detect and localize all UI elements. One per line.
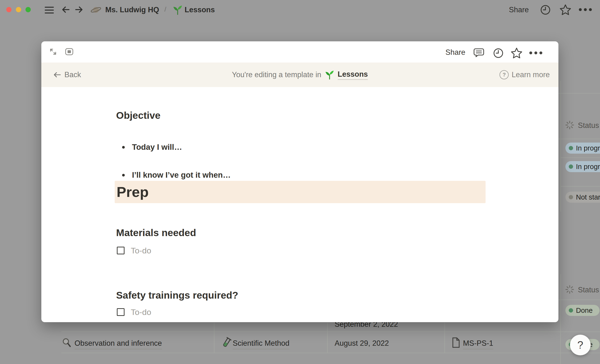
question-circle-icon: ? xyxy=(499,70,509,79)
page-icon xyxy=(451,337,460,348)
star-icon[interactable] xyxy=(559,4,572,16)
magnifier-icon xyxy=(62,337,72,348)
divider xyxy=(444,323,445,353)
bullet-item[interactable]: I’ll know I’ve got it when… xyxy=(122,169,231,181)
status-badge: Done xyxy=(565,305,600,316)
divider xyxy=(61,353,600,353)
topbar-share-button[interactable]: Share xyxy=(509,5,529,15)
status-dot-icon xyxy=(569,195,573,199)
star-icon[interactable] xyxy=(511,47,523,59)
prep-heading: Prep xyxy=(117,181,149,203)
materials-heading[interactable]: Materials needed xyxy=(116,226,196,239)
bullet-icon xyxy=(122,174,125,177)
template-editor-modal: Share Back xyxy=(41,41,558,322)
help-button[interactable]: ? xyxy=(570,335,591,355)
divider xyxy=(214,323,215,353)
divider xyxy=(560,274,561,364)
status-badge: In progress xyxy=(565,143,600,154)
banner-message-text: You're editing a template in xyxy=(232,70,321,79)
seedling-icon xyxy=(325,70,334,80)
window-minimize-button[interactable] xyxy=(16,7,21,12)
table-cell-unit-link: Scientific Method xyxy=(233,338,290,349)
breadcrumb-current[interactable]: Lessons xyxy=(185,5,215,15)
learn-more-button[interactable]: ? Learn more xyxy=(499,63,550,87)
objective-heading[interactable]: Objective xyxy=(116,109,160,122)
topbar-more-icon[interactable] xyxy=(579,8,592,11)
divider xyxy=(560,158,600,158)
status-column-header: Status xyxy=(578,121,599,130)
divider xyxy=(558,93,600,93)
divider xyxy=(61,332,600,332)
bullet-item[interactable]: Today I will… xyxy=(122,141,182,153)
todo-item: To-do xyxy=(117,246,151,255)
divider xyxy=(558,139,600,139)
clock-icon[interactable] xyxy=(540,4,551,15)
breadcrumb-root[interactable]: Ms. Ludwig HQ xyxy=(105,5,159,15)
template-banner: Back You're editing a template in Lesson… xyxy=(41,63,558,87)
modal-share-button[interactable]: Share xyxy=(445,48,465,57)
window-zoom-button[interactable] xyxy=(26,7,31,12)
todo-placeholder[interactable]: To-do xyxy=(131,307,151,317)
breadcrumb-separator: / xyxy=(164,6,166,13)
status-dot-icon xyxy=(569,308,573,313)
window-close-button[interactable] xyxy=(6,7,11,12)
seedling-icon xyxy=(173,5,183,15)
status-badge: In progress xyxy=(565,161,600,172)
prep-heading-block[interactable]: Prep xyxy=(115,181,486,203)
template-banner-message: You're editing a template in Lessons xyxy=(41,63,558,87)
divider xyxy=(558,299,600,300)
modal-more-icon[interactable] xyxy=(529,51,542,54)
template-target-page-link[interactable]: Lessons xyxy=(338,70,368,80)
bullet-icon xyxy=(122,146,125,149)
divider xyxy=(560,186,600,187)
todo-item: To-do xyxy=(117,307,151,317)
hamburger-menu-icon[interactable] xyxy=(45,6,54,14)
clock-icon[interactable] xyxy=(493,48,504,59)
learn-more-label: Learn more xyxy=(512,70,550,79)
status-column-header: Status xyxy=(578,286,599,294)
status-spinner-icon xyxy=(565,285,574,294)
forward-arrow-icon[interactable] xyxy=(74,5,84,14)
todo-checkbox[interactable] xyxy=(117,308,124,316)
planet-icon xyxy=(90,4,102,15)
table-cell-date: August 29, 2022 xyxy=(335,338,389,348)
table-cell-lesson-link: Observation and inference xyxy=(75,338,162,349)
table-cell-standard-link: MS-PS-1 xyxy=(463,338,493,349)
divider xyxy=(560,81,561,212)
todo-placeholder[interactable]: To-do xyxy=(131,246,151,255)
back-arrow-icon[interactable] xyxy=(61,5,71,14)
status-dot-icon xyxy=(569,164,573,169)
status-spinner-icon xyxy=(565,120,574,130)
test-tube-icon xyxy=(221,336,232,349)
safety-heading[interactable]: Safety trainings required? xyxy=(116,289,238,301)
side-peek-icon[interactable] xyxy=(65,48,74,56)
expand-icon[interactable] xyxy=(48,47,58,56)
status-badge: Not started xyxy=(565,192,600,203)
comment-icon[interactable] xyxy=(474,48,484,58)
todo-checkbox[interactable] xyxy=(117,247,124,254)
divider xyxy=(327,323,328,353)
app-window: Ms. Ludwig HQ / Lessons Share Status In … xyxy=(0,0,600,364)
status-dot-icon xyxy=(569,146,573,150)
